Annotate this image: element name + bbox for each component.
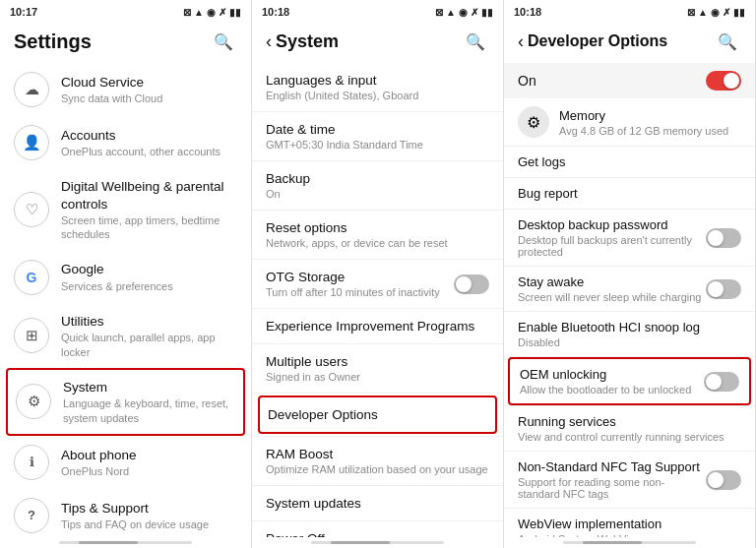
nfc-tag-title: Non-Standard NFC Tag Support (518, 459, 706, 474)
back-icon-2: ‹ (266, 31, 272, 52)
tips-support-title: Tips & Support (61, 500, 237, 518)
system-item-system-updates[interactable]: System updates (252, 486, 503, 520)
panel-settings: 10:17 ⊠▲◉✗▮▮ Settings 🔍 ☁ Cloud Service … (0, 0, 252, 548)
system-item-ram-boost[interactable]: RAM Boost Optimize RAM utilization based… (252, 437, 503, 485)
otg-title: OTG Storage (266, 270, 454, 284)
status-bar-1: 10:17 ⊠▲◉✗▮▮ (0, 0, 251, 22)
utilities-title: Utilities (61, 313, 237, 331)
desktop-backup-title: Desktop backup password (518, 217, 706, 232)
sidebar-item-system[interactable]: ⚙ System Language & keyboard, time, rese… (6, 368, 245, 436)
bluetooth-hci-subtitle: Disabled (518, 336, 741, 348)
google-subtitle: Services & preferences (61, 279, 237, 293)
backup-title: Backup (266, 171, 489, 186)
utilities-icon: ⊞ (14, 318, 49, 353)
languages-input-title: Languages & input (266, 73, 489, 88)
system-item-reset[interactable]: Reset options Network, apps, or device c… (252, 211, 503, 259)
sidebar-item-google[interactable]: G Google Services & preferences (0, 251, 251, 304)
settings-search-button[interactable]: 🔍 (210, 28, 237, 55)
system-item-developer-options[interactable]: Developer Options (258, 396, 497, 434)
system-back-button[interactable]: ‹ System (266, 31, 339, 52)
cloud-service-icon: ☁ (14, 72, 49, 107)
google-title: Google (61, 261, 237, 278)
google-icon: G (14, 260, 49, 295)
system-item-otg[interactable]: OTG Storage Turn off after 10 minutes of… (252, 260, 503, 308)
scrollbar-1 (59, 541, 192, 544)
digital-wellbeing-subtitle: Screen time, app timers, bedtime schedul… (61, 213, 237, 242)
sidebar-item-accounts[interactable]: 👤 Accounts OnePlus account, other accoun… (0, 116, 251, 169)
status-bar-2: 10:18 ⊠▲◉✗▮▮ (252, 0, 503, 22)
panel-system: 10:18 ⊠▲◉✗▮▮ ‹ System 🔍 Languages & inpu… (252, 0, 504, 548)
stay-awake-title: Stay awake (518, 274, 706, 289)
utilities-subtitle: Quick launch, parallel apps, app locker (61, 331, 237, 359)
scrollbar-thumb-2 (331, 541, 390, 544)
system-item-experience[interactable]: Experience Improvement Programs (252, 309, 503, 343)
system-item-multiple-users[interactable]: Multiple users Signed in as Owner (252, 344, 503, 393)
accounts-icon: 👤 (14, 125, 49, 160)
otg-subtitle: Turn off after 10 minutes of inactivity (266, 286, 454, 298)
multiple-users-subtitle: Signed in as Owner (266, 371, 489, 383)
devopt-webview[interactable]: WebView implementation Android System We… (504, 509, 755, 537)
nfc-tag-toggle[interactable] (706, 470, 741, 490)
devopt-running-services[interactable]: Running services View and control curren… (504, 406, 755, 451)
languages-input-subtitle: English (United States), Gboard (266, 90, 489, 101)
bluetooth-hci-title: Enable Bluetooth HCI snoop log (518, 320, 741, 335)
devopt-back-button[interactable]: ‹ Developer Options (518, 31, 667, 52)
nfc-tag-subtitle: Support for reading some non-standard NF… (518, 476, 706, 500)
devopt-menu-list: On ⚙ Memory Avg 4.8 GB of 12 GB memory u… (504, 63, 755, 537)
webview-title: WebView implementation (518, 517, 741, 531)
sidebar-item-utilities[interactable]: ⊞ Utilities Quick launch, parallel apps,… (0, 304, 251, 368)
system-item-power-off[interactable]: Power Off (252, 521, 503, 537)
devopt-memory-row[interactable]: ⚙ Memory Avg 4.8 GB of 12 GB memory used (504, 98, 755, 146)
status-icons-3: ⊠▲◉✗▮▮ (687, 7, 745, 18)
back-icon-3: ‹ (518, 31, 524, 52)
running-services-subtitle: View and control currently running servi… (518, 431, 741, 443)
experience-title: Experience Improvement Programs (266, 319, 489, 334)
digital-wellbeing-icon: ♡ (14, 192, 49, 227)
devopt-master-toggle[interactable] (706, 71, 741, 91)
devopt-get-logs[interactable]: Get logs (504, 147, 755, 177)
accounts-subtitle: OnePlus account, other accounts (61, 145, 237, 158)
accounts-title: Accounts (61, 127, 237, 145)
sidebar-item-about-phone[interactable]: ℹ About phone OnePlus Nord (0, 436, 251, 489)
search-icon-2: 🔍 (466, 32, 485, 51)
desktop-backup-toggle[interactable] (706, 228, 741, 248)
system-menu-list: Languages & input English (United States… (252, 63, 503, 537)
settings-menu-list: ☁ Cloud Service Sync data with Cloud 👤 A… (0, 63, 251, 537)
system-item-languages-input[interactable]: Languages & input English (United States… (252, 63, 503, 111)
system-title: System (276, 31, 339, 52)
ram-boost-title: RAM Boost (266, 447, 489, 461)
sidebar-item-cloud-service[interactable]: ☁ Cloud Service Sync data with Cloud (0, 63, 251, 116)
date-time-title: Date & time (266, 122, 489, 137)
devopt-bluetooth-hci[interactable]: Enable Bluetooth HCI snoop log Disabled (504, 312, 755, 356)
otg-toggle[interactable] (454, 274, 489, 294)
system-search-button[interactable]: 🔍 (462, 28, 489, 55)
otg-toggle-thumb (456, 276, 472, 292)
oem-unlocking-toggle[interactable] (704, 372, 739, 392)
devopt-stay-awake[interactable]: Stay awake Screen will never sleep while… (504, 267, 755, 311)
date-time-subtitle: GMT+05:30 India Standard Time (266, 139, 489, 151)
devopt-title: Developer Options (528, 32, 667, 50)
devopt-desktop-backup[interactable]: Desktop backup password Desktop full bac… (504, 210, 755, 266)
tips-support-subtitle: Tips and FAQ on device usage (61, 518, 237, 531)
system-item-date-time[interactable]: Date & time GMT+05:30 India Standard Tim… (252, 112, 503, 160)
scrollbar-2 (311, 541, 444, 544)
devopt-oem-unlocking[interactable]: OEM unlocking Allow the bootloader to be… (508, 357, 751, 405)
sidebar-item-digital-wellbeing[interactable]: ♡ Digital Wellbeing & parental controls … (0, 169, 251, 251)
system-updates-title: System updates (266, 496, 489, 511)
cloud-service-title: Cloud Service (61, 74, 237, 91)
devopt-search-button[interactable]: 🔍 (714, 28, 741, 55)
sidebar-item-tips-support[interactable]: ? Tips & Support Tips and FAQ on device … (0, 489, 251, 537)
devopt-bug-report[interactable]: Bug report (504, 178, 755, 209)
running-services-title: Running services (518, 414, 741, 429)
developer-options-title: Developer Options (268, 407, 487, 422)
system-item-backup[interactable]: Backup On (252, 161, 503, 210)
devopt-nfc-tag[interactable]: Non-Standard NFC Tag Support Support for… (504, 452, 755, 508)
get-logs-title: Get logs (518, 154, 741, 169)
reset-subtitle: Network, apps, or device can be reset (266, 237, 489, 249)
devopt-on-label: On (518, 73, 536, 89)
tips-support-icon: ? (14, 498, 49, 533)
reset-title: Reset options (266, 220, 489, 235)
stay-awake-toggle[interactable] (706, 279, 741, 299)
multiple-users-title: Multiple users (266, 354, 489, 369)
stay-awake-subtitle: Screen will never sleep while charging (518, 291, 706, 303)
